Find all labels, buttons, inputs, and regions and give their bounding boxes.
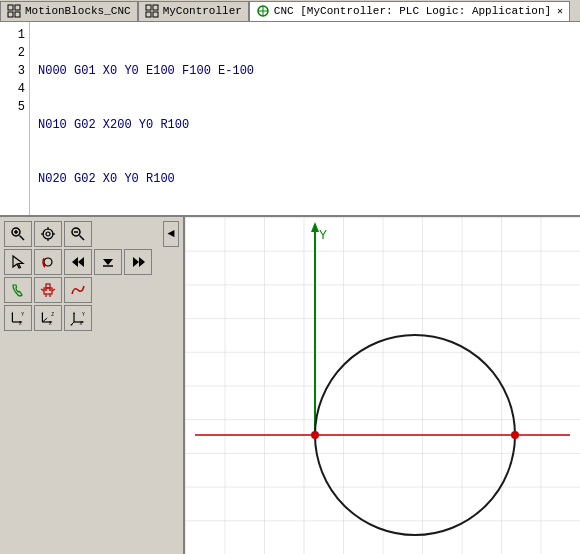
cnc-visualization: Y bbox=[185, 217, 580, 554]
svg-line-12 bbox=[20, 236, 25, 241]
svg-text:Z: Z bbox=[51, 312, 54, 317]
svg-text:X: X bbox=[49, 321, 52, 326]
axis-3d-button[interactable]: Y X Z bbox=[64, 305, 92, 331]
toolbar-row-2 bbox=[4, 249, 179, 275]
svg-marker-57 bbox=[73, 312, 75, 314]
toolbar-panel: ◄ bbox=[0, 217, 185, 554]
axis-xz-button[interactable]: Z X bbox=[34, 305, 62, 331]
svg-marker-43 bbox=[12, 312, 14, 314]
zoom-in-button[interactable] bbox=[4, 221, 32, 247]
curve-button[interactable] bbox=[64, 277, 92, 303]
svg-rect-33 bbox=[44, 288, 52, 294]
svg-point-35 bbox=[45, 289, 47, 291]
svg-rect-3 bbox=[15, 12, 20, 17]
svg-rect-7 bbox=[153, 12, 158, 17]
svg-text:Y: Y bbox=[21, 312, 24, 317]
svg-rect-1 bbox=[15, 5, 20, 10]
svg-marker-27 bbox=[72, 257, 78, 267]
cursor-button[interactable] bbox=[4, 249, 32, 275]
y-axis-label: Y bbox=[319, 228, 327, 242]
svg-text:Y: Y bbox=[82, 312, 85, 317]
line-num-3: 3 bbox=[4, 62, 25, 80]
tab-motionblocks-label: MotionBlocks_CNC bbox=[25, 5, 131, 17]
code-area[interactable]: N000 G01 X0 Y0 E100 F100 E-100 N010 G02 … bbox=[30, 22, 580, 215]
target-button[interactable] bbox=[34, 221, 62, 247]
step-down-button[interactable] bbox=[94, 249, 122, 275]
svg-rect-6 bbox=[146, 12, 151, 17]
mycontroller-icon bbox=[145, 4, 159, 18]
svg-rect-0 bbox=[8, 5, 13, 10]
code-line-2: N010 G02 X200 Y0 R100 bbox=[38, 116, 572, 134]
rotate-button[interactable] bbox=[34, 249, 62, 275]
line-num-5: 5 bbox=[4, 98, 25, 116]
svg-marker-24 bbox=[13, 256, 23, 268]
svg-marker-32 bbox=[139, 257, 145, 267]
step-forward-button[interactable] bbox=[124, 249, 152, 275]
rewind-button[interactable] bbox=[64, 249, 92, 275]
line-num-1: 1 bbox=[4, 26, 25, 44]
svg-point-36 bbox=[49, 289, 51, 291]
tab-mycontroller[interactable]: MyController bbox=[138, 1, 249, 21]
svg-rect-4 bbox=[146, 5, 151, 10]
tab-cnc-label: CNC [MyController: PLC Logic: Applicatio… bbox=[274, 5, 551, 17]
svg-point-15 bbox=[43, 229, 53, 239]
tab-motionblocks[interactable]: MotionBlocks_CNC bbox=[0, 1, 138, 21]
phone-button[interactable] bbox=[4, 277, 32, 303]
svg-line-49 bbox=[42, 318, 47, 322]
svg-line-22 bbox=[80, 236, 85, 241]
svg-marker-31 bbox=[133, 257, 139, 267]
svg-text:X: X bbox=[80, 321, 83, 326]
visualization-panel: Y bbox=[185, 217, 580, 554]
bottom-panel: ◄ bbox=[0, 217, 580, 554]
cnc-icon bbox=[256, 4, 270, 18]
zoom-out-button[interactable] bbox=[64, 221, 92, 247]
toolbar-row-3 bbox=[4, 277, 179, 303]
code-line-1: N000 G01 X0 Y0 E100 F100 E-100 bbox=[38, 62, 572, 80]
code-line-3: N020 G02 X0 Y0 R100 bbox=[38, 170, 572, 188]
tab-cnc-close[interactable]: ✕ bbox=[557, 5, 563, 17]
toolbar-row-1: ◄ bbox=[4, 221, 179, 247]
svg-point-25 bbox=[44, 258, 52, 266]
svg-rect-63 bbox=[185, 217, 580, 554]
start-point bbox=[311, 431, 319, 439]
tab-bar: MotionBlocks_CNC MyController CNC [MyCon… bbox=[0, 0, 580, 22]
svg-rect-2 bbox=[8, 12, 13, 17]
axis-xy-button[interactable]: Y X bbox=[4, 305, 32, 331]
robot-button[interactable] bbox=[34, 277, 62, 303]
tab-mycontroller-label: MyController bbox=[163, 5, 242, 17]
motionblocks-icon bbox=[7, 4, 21, 18]
tab-cnc[interactable]: CNC [MyController: PLC Logic: Applicatio… bbox=[249, 1, 570, 21]
end-point bbox=[511, 431, 519, 439]
svg-rect-34 bbox=[46, 284, 50, 288]
line-numbers: 1 2 3 4 5 bbox=[0, 22, 30, 215]
line-num-4: 4 bbox=[4, 80, 25, 98]
code-editor: 1 2 3 4 5 N000 G01 X0 Y0 E100 F100 E-100… bbox=[0, 22, 580, 217]
collapse-arrow: ◄ bbox=[167, 227, 174, 241]
svg-marker-29 bbox=[103, 259, 113, 265]
svg-text:Z: Z bbox=[70, 324, 73, 326]
svg-marker-50 bbox=[42, 312, 44, 314]
svg-rect-5 bbox=[153, 5, 158, 10]
svg-marker-28 bbox=[78, 257, 84, 267]
line-num-2: 2 bbox=[4, 44, 25, 62]
svg-point-16 bbox=[46, 232, 50, 236]
svg-text:X: X bbox=[19, 321, 22, 326]
toolbar-row-4: Y X Z X bbox=[4, 305, 179, 331]
collapse-button[interactable]: ◄ bbox=[163, 221, 179, 247]
